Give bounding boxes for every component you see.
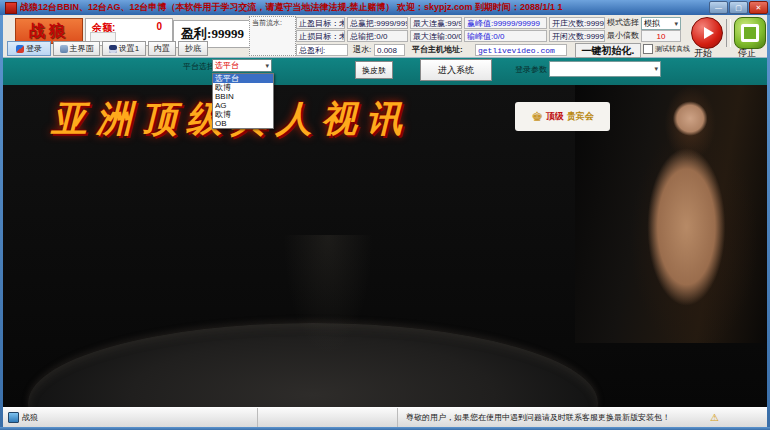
status-app-name: 战狼	[22, 412, 38, 423]
platform-dropdown[interactable]: 选平台 ▾	[212, 59, 272, 72]
login-params-label: 登录参数	[515, 64, 547, 76]
login-icon	[16, 45, 24, 53]
total-win-field: 总赢把:9999/9999	[347, 17, 408, 29]
platform-option[interactable]: 欧博	[213, 110, 273, 119]
rebate-label: 退水:	[353, 44, 371, 56]
platform-option[interactable]: OB	[213, 119, 273, 128]
close-button[interactable]: ✕	[749, 1, 768, 14]
mode-select-label: 模式选择	[607, 17, 639, 29]
maximize-button[interactable]: ▢	[729, 1, 748, 14]
toolbar-main-label: 主界面	[70, 43, 94, 54]
min-multiplier-label: 最小倍数	[607, 30, 639, 42]
platform-option[interactable]: BBIN	[213, 92, 273, 101]
platform-bar: 平台选择 选平台 ▾ 选平台 欧博 BBIN AG 欧博 OB 换皮肤 进入系统…	[3, 57, 767, 85]
login-params-combo[interactable]: ▾	[549, 61, 661, 77]
divider	[726, 19, 731, 47]
toolbar-settings-button[interactable]: 设置1	[102, 41, 146, 56]
test-real-line-option: 测试转真线	[643, 44, 690, 54]
total-loss-field: 总输把:0/0	[347, 30, 408, 42]
chevron-down-icon: ▾	[654, 65, 658, 73]
enter-system-button[interactable]: 进入系统	[420, 59, 492, 81]
chevron-down-icon: ▾	[674, 18, 678, 30]
vip-logo-prefix: 顶级	[546, 110, 564, 123]
start-button[interactable]	[691, 17, 723, 49]
win-peak-field: 赢峰值:99999/99999	[464, 17, 547, 29]
platform-option[interactable]: 选平台	[213, 74, 273, 83]
toolbar-builtin-label: 内置	[154, 43, 170, 54]
platform-option[interactable]: 欧博	[213, 83, 273, 92]
play-icon	[704, 27, 714, 39]
toolbar-settings-label: 设置1	[119, 43, 139, 54]
status-message-cell: 尊敬的用户，如果您在使用中遇到问题请及时联系客服更换最新版安装包！ ⚠	[398, 408, 767, 427]
mode-select[interactable]: 模拟 ▾	[641, 17, 681, 30]
stop-win-target-field: 止盈目标：未设	[296, 17, 345, 29]
window-frame-left	[0, 15, 3, 430]
player-count-field: 开闲次数:999999	[549, 30, 605, 42]
min-multiplier-value: 10	[641, 30, 681, 42]
start-label: 开始	[694, 47, 712, 60]
platform-select-label: 平台选择	[183, 61, 215, 73]
host-value: getlivevideo.com	[475, 44, 567, 56]
status-bar: 战狼 尊敬的用户，如果您在使用中遇到问题请及时联系客服更换最新版安装包！ ⚠	[3, 407, 767, 427]
mode-value: 模拟	[644, 18, 660, 30]
stop-button[interactable]	[734, 17, 766, 49]
app-window: 战狼12台BBIN、12台AG、12台申博（本软件用于学习交流，请遵守当地法律法…	[0, 0, 770, 430]
max-loss-streak-field: 最大连输:00/00	[410, 30, 462, 42]
current-flow-group: 当前流水:	[249, 16, 296, 56]
platform-options-list: 选平台 欧博 BBIN AG 欧博 OB	[212, 73, 274, 129]
app-icon	[5, 2, 17, 14]
stop-icon	[741, 24, 759, 42]
stage-glow	[283, 235, 373, 355]
crown-icon: ♚	[531, 110, 543, 123]
test-real-line-label: 测试转真线	[655, 44, 690, 54]
stop-label: 停止	[738, 47, 756, 60]
toolbar-copy-label: 抄底	[185, 43, 201, 54]
titlebar: 战狼12台BBIN、12台AG、12台申博（本软件用于学习交流，请遵守当地法律法…	[0, 0, 770, 15]
status-empty-cell	[258, 408, 398, 427]
home-icon	[60, 45, 68, 53]
toolbar-login-label: 登录	[26, 43, 42, 54]
banker-count-field: 开庄次数:999999	[549, 17, 605, 29]
chevron-down-icon: ▾	[265, 62, 269, 70]
floppy-disk-icon	[109, 45, 117, 53]
status-message: 尊敬的用户，如果您在使用中遇到问题请及时联系客服更换最新版安装包！	[406, 412, 704, 423]
loss-peak-field: 输峰值:0/0	[464, 30, 547, 42]
current-flow-label: 当前流水:	[250, 17, 295, 29]
rebate-value: 0.008	[374, 44, 405, 56]
platform-option[interactable]: AG	[213, 101, 273, 110]
warning-icon: ⚠	[710, 412, 719, 423]
toolbar-builtin-button[interactable]: 内置	[148, 41, 176, 56]
top-panel: 战狼 余额: 0 盈利:99999 当前流水: 止盈目标：未设 总赢把:9999…	[3, 15, 767, 58]
balance-value: 0	[156, 21, 162, 32]
window-title: 战狼12台BBIN、12台AG、12台申博（本软件用于学习交流，请遵守当地法律法…	[20, 1, 709, 14]
host-label: 平台主机地址:	[412, 44, 463, 56]
toolbar-login-button[interactable]: 登录	[7, 41, 51, 56]
max-win-streak-field: 最大连赢:99/99	[410, 17, 462, 29]
one-key-init-button[interactable]: 一键初始化.	[575, 43, 641, 58]
window-controls: — ▢ ✕	[709, 1, 768, 14]
stop-loss-target-field: 止损目标：未设	[296, 30, 345, 42]
status-app-cell: 战狼	[3, 408, 258, 427]
total-profit-field: 总盈利:	[296, 44, 348, 56]
platform-selected-value: 选平台	[215, 60, 239, 71]
vip-logo-suffix: 贵宾会	[567, 110, 594, 123]
status-app-icon	[8, 412, 19, 423]
minimize-button[interactable]: —	[709, 1, 728, 14]
toolbar-copy-button[interactable]: 抄底	[178, 41, 208, 56]
change-skin-button[interactable]: 换皮肤	[355, 61, 393, 79]
vip-club-logo: ♚ 顶级 贵宾会	[515, 102, 610, 131]
toolbar-main-button[interactable]: 主界面	[53, 41, 100, 56]
test-real-line-checkbox[interactable]	[643, 44, 653, 54]
main-content: 亚洲顶级真人视讯 ♚ 顶级 贵宾会	[3, 85, 767, 408]
